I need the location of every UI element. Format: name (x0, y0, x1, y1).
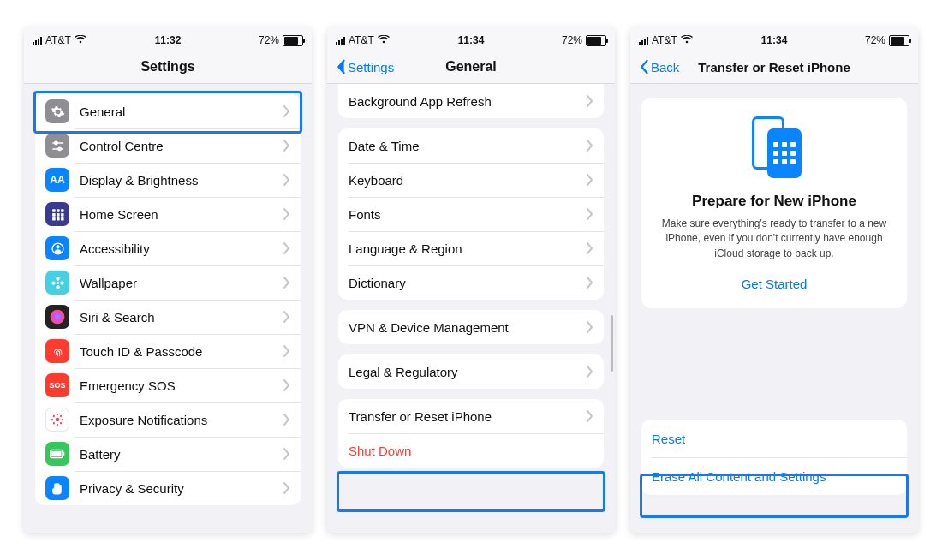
flower-icon (45, 271, 69, 295)
signal-icon (639, 36, 648, 45)
row-dictionary[interactable]: Dictionary (338, 265, 604, 300)
SOS-icon: SOS (45, 373, 69, 397)
settings-list[interactable]: GeneralControl CentreAADisplay & Brightn… (24, 84, 312, 533)
row-label: Fonts (349, 207, 587, 222)
svg-point-19 (60, 281, 63, 284)
row-vpn-device-management[interactable]: VPN & Device Management (338, 310, 604, 344)
row-label: Language & Region (349, 241, 587, 256)
svg-point-26 (53, 415, 55, 417)
settings-row-accessibility[interactable]: Accessibility (35, 231, 301, 265)
scrollbar[interactable] (611, 315, 613, 372)
svg-rect-32 (51, 451, 61, 456)
nav-bar: Settings (24, 51, 312, 84)
reset-label: Reset (652, 432, 897, 446)
settings-row-wallpaper[interactable]: Wallpaper (35, 265, 301, 300)
row-label: Emergency SOS (80, 378, 283, 393)
chevron-right-icon (283, 242, 290, 254)
chevron-right-icon (283, 174, 290, 186)
grid-icon (45, 202, 69, 226)
battery-pct: 72% (562, 34, 582, 46)
settings-row-touch-id-passcode[interactable]: Touch ID & Passcode (35, 334, 301, 368)
status-bar: AT&T 11:32 72% (24, 27, 312, 51)
svg-rect-12 (61, 217, 64, 221)
svg-point-28 (53, 422, 55, 424)
battery-icon (283, 35, 303, 46)
svg-point-22 (57, 414, 58, 415)
settings-row-privacy-security[interactable]: Privacy & Security (35, 471, 301, 505)
svg-point-3 (57, 147, 61, 151)
card-heading: Prepare for New iPhone (659, 193, 890, 210)
hand-icon (45, 476, 69, 500)
signal-icon (33, 36, 42, 45)
battery-pct: 72% (259, 34, 279, 46)
battery-pct: 72% (865, 34, 885, 46)
page-title: Settings (24, 59, 312, 74)
settings-row-display-brightness[interactable]: AADisplay & Brightness (35, 163, 301, 197)
svg-point-20 (51, 310, 65, 325)
row-shut-down[interactable]: Shut Down (338, 433, 604, 468)
chevron-right-icon (283, 345, 290, 357)
chevron-right-icon (283, 140, 290, 152)
row-keyboard[interactable]: Keyboard (338, 163, 604, 197)
nav-bar: Back Transfer or Reset iPhone (630, 51, 918, 84)
row-label: Privacy & Security (80, 481, 283, 496)
finger-icon (45, 339, 69, 363)
svg-point-18 (51, 281, 55, 284)
svg-point-14 (56, 245, 59, 248)
svg-point-21 (56, 418, 60, 422)
svg-rect-10 (52, 217, 56, 221)
status-bar: AT&T 11:34 72% (327, 27, 615, 51)
row-label: Siri & Search (80, 310, 283, 325)
settings-row-general[interactable]: General (35, 94, 301, 128)
svg-rect-5 (57, 209, 60, 212)
back-button[interactable]: Back (639, 59, 679, 74)
gear-icon (45, 99, 69, 123)
erase-row[interactable]: Erase All Content and Settings (641, 457, 907, 495)
svg-rect-9 (61, 213, 64, 217)
chevron-right-icon (283, 379, 290, 391)
carrier-label: AT&T (45, 34, 71, 46)
wifi-icon (75, 34, 86, 46)
reset-row[interactable]: Reset (641, 420, 907, 457)
row-label: Home Screen (80, 207, 283, 222)
row-label: Wallpaper (80, 276, 283, 290)
chevron-right-icon (587, 95, 593, 107)
row-label: General (80, 104, 283, 119)
svg-point-25 (62, 419, 63, 420)
svg-rect-6 (61, 209, 64, 212)
row-label: Exposure Notifications (80, 413, 283, 427)
settings-row-siri-search[interactable]: Siri & Search (35, 300, 301, 334)
settings-row-home-screen[interactable]: Home Screen (35, 197, 301, 231)
screen-transfer-reset: AT&T 11:34 72% Back Transfer or Reset iP… (630, 27, 918, 533)
row-legal-regulatory[interactable]: Legal & Regulatory (338, 354, 604, 389)
chevron-right-icon (283, 482, 290, 494)
svg-point-24 (51, 419, 53, 420)
row-label: Battery (80, 447, 283, 462)
row-fonts[interactable]: Fonts (338, 197, 604, 231)
wifi-icon (681, 34, 693, 46)
row-label: Dictionary (349, 276, 587, 290)
row-date-time[interactable]: Date & Time (338, 128, 604, 163)
svg-point-17 (56, 285, 59, 289)
back-label: Back (651, 60, 679, 74)
settings-row-battery[interactable]: Battery (35, 437, 301, 471)
row-label: Legal & Regulatory (349, 365, 587, 379)
get-started-link[interactable]: Get Started (659, 273, 890, 295)
svg-point-27 (60, 415, 62, 417)
svg-rect-31 (63, 452, 65, 456)
svg-point-15 (56, 281, 59, 284)
chevron-right-icon (283, 277, 290, 289)
settings-row-emergency-sos[interactable]: SOSEmergency SOS (35, 368, 301, 402)
row-language-region[interactable]: Language & Region (338, 231, 604, 265)
row-label: Accessibility (80, 241, 283, 256)
row-background-app-refresh[interactable]: Background App Refresh (338, 84, 604, 118)
back-label: Settings (348, 60, 394, 74)
row-transfer-or-reset-iphone[interactable]: Transfer or Reset iPhone (338, 399, 604, 433)
back-button[interactable]: Settings (336, 59, 394, 74)
svg-rect-4 (52, 209, 56, 212)
general-list[interactable]: Background App Refresh Date & TimeKeyboa… (327, 84, 615, 533)
chevron-right-icon (587, 140, 593, 152)
settings-row-control-centre[interactable]: Control Centre (35, 128, 301, 163)
settings-row-exposure-notifications[interactable]: Exposure Notifications (35, 402, 301, 437)
chevron-right-icon (587, 242, 593, 254)
